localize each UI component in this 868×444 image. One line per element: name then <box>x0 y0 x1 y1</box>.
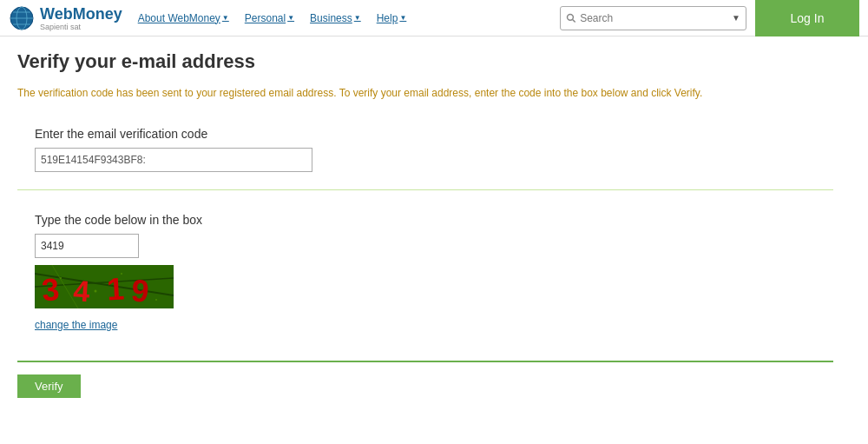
svg-text:1: 1 <box>106 271 125 308</box>
nav-help[interactable]: Help ▼ <box>370 0 414 36</box>
bottom-divider <box>17 361 833 362</box>
search-input[interactable] <box>580 12 732 24</box>
svg-point-5 <box>568 14 574 20</box>
logo-area: WebMoney Sapienti sat <box>9 5 122 31</box>
search-box: ▼ <box>560 6 746 30</box>
email-code-section: Enter the email verification code <box>17 118 833 190</box>
email-code-label: Enter the email verification code <box>35 127 816 141</box>
info-text: The verification code has been sent to y… <box>17 85 833 101</box>
svg-point-16 <box>95 290 97 293</box>
svg-text:9: 9 <box>129 272 150 308</box>
svg-point-18 <box>155 299 157 301</box>
search-icon <box>566 12 576 24</box>
captcha-svg: 3 4 1 9 <box>35 265 174 308</box>
nav-business[interactable]: Business ▼ <box>303 0 368 36</box>
main-nav: About WebMoney ▼ Personal ▼ Business ▼ H… <box>131 0 560 36</box>
chevron-down-icon: ▼ <box>222 14 229 22</box>
chevron-down-icon: ▼ <box>399 14 406 22</box>
search-dropdown-icon[interactable]: ▼ <box>732 13 740 23</box>
chevron-down-icon: ▼ <box>354 14 361 22</box>
captcha-input[interactable] <box>35 234 139 258</box>
login-button[interactable]: Log In <box>755 0 859 36</box>
globe-icon <box>9 5 35 31</box>
chevron-down-icon: ▼ <box>287 14 294 22</box>
verify-button[interactable]: Verify <box>17 374 81 398</box>
svg-text:4: 4 <box>72 274 91 308</box>
svg-point-15 <box>60 277 62 279</box>
page-title: Verify your e-mail address <box>17 50 833 73</box>
nav-personal[interactable]: Personal ▼ <box>238 0 301 36</box>
header: WebMoney Sapienti sat About WebMoney ▼ P… <box>0 0 868 36</box>
logo-tagline: Sapienti sat <box>40 23 122 31</box>
email-code-input[interactable] <box>35 148 312 172</box>
logo-text: WebMoney <box>40 5 122 23</box>
captcha-section: Type the code below in the box 3 4 1 9 <box>17 204 833 361</box>
main-content: Verify your e-mail address The verificat… <box>0 36 851 412</box>
svg-point-17 <box>121 273 122 275</box>
captcha-label: Type the code below in the box <box>35 213 816 227</box>
captcha-image: 3 4 1 9 <box>35 265 174 308</box>
svg-line-6 <box>573 19 575 22</box>
svg-text:3: 3 <box>40 271 61 308</box>
nav-about-webmoney[interactable]: About WebMoney ▼ <box>131 0 236 36</box>
change-image-link[interactable]: change the image <box>35 319 816 331</box>
